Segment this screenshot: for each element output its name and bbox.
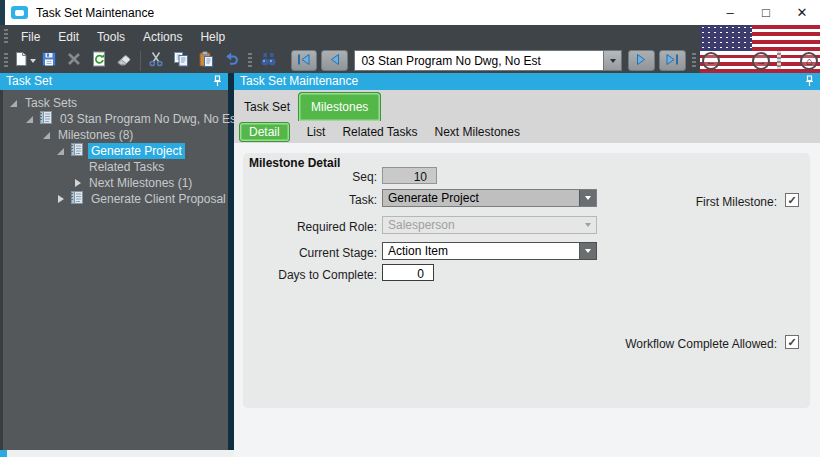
- expander-icon[interactable]: [41, 132, 52, 139]
- tree-item-related-tasks[interactable]: Related Tasks: [3, 159, 228, 175]
- seq-label: Seq:: [243, 170, 377, 184]
- delete-button[interactable]: [62, 50, 87, 72]
- left-panel-header: Task Set: [0, 73, 228, 90]
- task-combobox[interactable]: Generate Project: [382, 189, 597, 207]
- usa-flag: ← → ⌂: [700, 25, 820, 73]
- milestone-detail-group: Milestone Detail Seq: 10 Task: Generate …: [243, 153, 810, 408]
- subtab-strip: Detail List Related Tasks Next Milestone…: [234, 121, 820, 143]
- tab-milestones[interactable]: Milestones: [298, 92, 381, 121]
- first-record-button[interactable]: [291, 50, 318, 71]
- undo-button[interactable]: [219, 50, 244, 72]
- flag-canton: [700, 25, 752, 51]
- minimize-button[interactable]: –: [712, 0, 748, 25]
- last-record-icon: [665, 52, 680, 70]
- record-selector-dropdown-button[interactable]: [603, 51, 621, 70]
- menu-actions[interactable]: Actions: [134, 27, 191, 47]
- workflow-complete-allowed-checkbox[interactable]: [785, 335, 799, 349]
- seq-field[interactable]: 10: [382, 167, 437, 184]
- toolbar-grip-2[interactable]: [248, 53, 252, 69]
- current-stage-value: Action Item: [383, 244, 579, 258]
- menu-edit[interactable]: Edit: [49, 27, 88, 47]
- subtab-next-milestones[interactable]: Next Milestones: [435, 125, 520, 139]
- tree-item-task-sets[interactable]: Task Sets: [3, 95, 228, 111]
- resize-corner-accent: [0, 450, 7, 457]
- previous-record-icon: [327, 52, 342, 70]
- chevron-down-icon: [585, 249, 591, 253]
- record-selector-combobox[interactable]: 03 Stan Program No Dwg, No Est: [354, 50, 622, 71]
- menu-help[interactable]: Help: [191, 27, 234, 47]
- workflow-complete-allowed-label: Workflow Complete Allowed:: [625, 337, 777, 351]
- task-dropdown-button[interactable]: [579, 190, 596, 206]
- expander-icon[interactable]: [55, 148, 66, 155]
- menu-grip[interactable]: [4, 29, 8, 45]
- chevron-down-icon: [610, 59, 616, 63]
- expander-icon[interactable]: [55, 195, 66, 203]
- app-window: Task Set Maintenance – □ ✕ File Edit Too…: [0, 0, 820, 457]
- right-panel-header: Task Set Maintenance: [234, 73, 820, 90]
- chevron-down-icon: [585, 196, 591, 200]
- scissors-icon: [148, 51, 164, 71]
- first-record-icon: [296, 52, 311, 70]
- expander-icon[interactable]: [72, 179, 83, 187]
- required-role-label: Required Role:: [243, 220, 377, 234]
- refresh-button[interactable]: [87, 50, 112, 72]
- tab-task-set[interactable]: Task Set: [244, 100, 290, 114]
- days-to-complete-field[interactable]: 0: [382, 264, 434, 281]
- expander-icon[interactable]: [8, 100, 19, 107]
- detail-content: Milestone Detail Seq: 10 Task: Generate …: [234, 143, 820, 457]
- paste-button[interactable]: [194, 50, 219, 72]
- subtab-related-tasks[interactable]: Related Tasks: [342, 125, 417, 139]
- menu-file[interactable]: File: [12, 27, 49, 47]
- save-button[interactable]: [37, 50, 62, 72]
- days-to-complete-label: Days to Complete:: [243, 268, 377, 282]
- app-icon: [11, 6, 28, 19]
- left-panel-title: Task Set: [6, 74, 52, 88]
- subtab-detail[interactable]: Detail: [239, 122, 290, 142]
- tree-item-milestones[interactable]: Milestones (8): [3, 127, 228, 143]
- expander-icon[interactable]: [24, 116, 35, 123]
- close-button[interactable]: ✕: [784, 0, 820, 25]
- tree-item-next-milestones[interactable]: Next Milestones (1): [3, 175, 228, 191]
- current-stage-combobox[interactable]: Action Item: [382, 242, 597, 260]
- toolbar-grip-3[interactable]: [692, 53, 696, 69]
- previous-record-button[interactable]: [321, 50, 348, 71]
- home-button[interactable]: ⌂: [800, 52, 818, 70]
- tree-item-program[interactable]: 03 Stan Program No Dwg, No Est: [3, 111, 228, 127]
- back-arrow-icon: ←: [706, 56, 717, 67]
- maximize-button[interactable]: □: [748, 0, 784, 25]
- first-milestone-checkbox[interactable]: [785, 193, 799, 207]
- tab-strip: Task Set Milestones Detail List Related …: [234, 90, 820, 143]
- required-role-dropdown-button: [579, 217, 596, 233]
- cut-button[interactable]: [144, 50, 169, 72]
- new-button[interactable]: [12, 50, 37, 72]
- undo-arrow-icon: [223, 51, 239, 71]
- toolbar-separator: [140, 51, 141, 71]
- copy-button[interactable]: [169, 50, 194, 72]
- subtab-list[interactable]: List: [307, 125, 326, 139]
- last-record-button[interactable]: [659, 50, 686, 71]
- home-icon: ⌂: [806, 56, 813, 67]
- toolbar-grip[interactable]: [4, 53, 8, 69]
- milestone-icon: [69, 191, 83, 207]
- next-record-button[interactable]: [628, 50, 655, 71]
- save-icon: [41, 51, 57, 71]
- task-set-icon: [38, 111, 52, 127]
- toolbar: 03 Stan Program No Dwg, No Est: [0, 48, 700, 73]
- task-label: Task:: [243, 193, 377, 207]
- tree-item-generate-client-proposal[interactable]: Generate Client Proposal: [3, 191, 228, 207]
- new-document-icon: [13, 51, 29, 71]
- right-panel-title: Task Set Maintenance: [240, 74, 358, 88]
- refresh-icon: [91, 51, 107, 71]
- find-button[interactable]: [256, 50, 281, 72]
- flag-grip: [777, 51, 781, 69]
- window-title: Task Set Maintenance: [36, 6, 154, 20]
- back-button[interactable]: ←: [702, 52, 720, 70]
- chevron-down-icon: [585, 223, 591, 227]
- forward-button[interactable]: →: [752, 52, 770, 70]
- tree-item-generate-project[interactable]: Generate Project: [3, 143, 228, 159]
- new-dropdown-caret-icon: [30, 59, 36, 63]
- menu-tools[interactable]: Tools: [88, 27, 134, 47]
- erase-button[interactable]: [112, 50, 137, 72]
- record-selector-value: 03 Stan Program No Dwg, No Est: [355, 54, 603, 68]
- current-stage-dropdown-button[interactable]: [579, 243, 596, 259]
